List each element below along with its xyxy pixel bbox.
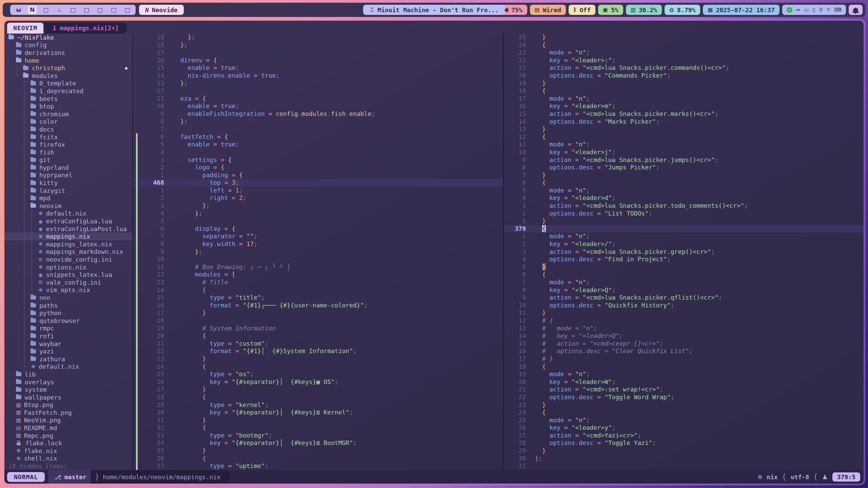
workspace-square-icon[interactable]	[82, 6, 91, 14]
code-line[interactable]: 23 mode = "n";	[504, 49, 864, 57]
editor-right[interactable]: 25 }24 {23 mode = "n";22 key = "<leader>…	[504, 34, 864, 470]
workspace-cat-icon[interactable]	[14, 6, 23, 14]
tree-item-extraConfigLua.lua[interactable]: │ │ extraConfigLua.lua	[4, 217, 132, 225]
code-line[interactable]: 27 }	[133, 386, 503, 393]
code-line[interactable]: 4 };	[133, 210, 503, 218]
display-tray-icon[interactable]	[804, 7, 809, 13]
tree-item-christoph[interactable]: │ christoph●	[4, 64, 132, 72]
tree-item-beets[interactable]: │ beets	[4, 95, 132, 103]
tree-item-default.nix[interactable]: │ │ default.nix	[4, 210, 132, 218]
code-line[interactable]: 8 options.desc = "Jumps Picker";	[504, 164, 864, 171]
clock-module[interactable]: 2025-07-22 16:37	[703, 5, 780, 15]
code-line[interactable]: 37 type = "uptime";	[133, 462, 503, 470]
workspace-flame-icon[interactable]	[55, 6, 64, 14]
code-line[interactable]: 25 }	[504, 34, 864, 41]
code-line[interactable]: 24 {	[133, 363, 503, 371]
code-line[interactable]: 31 }	[133, 416, 503, 424]
code-line[interactable]: 13 # Title	[133, 279, 503, 286]
code-line[interactable]: 3 settings = {	[133, 156, 503, 164]
code-line[interactable]: 8 key.width = 17;	[133, 240, 503, 248]
code-line[interactable]: 9 action = "<cmd>lua Snacks.picker.jumps…	[504, 156, 864, 164]
code-line[interactable]: 4 key = "<leader>d";	[504, 194, 864, 202]
code-line[interactable]: 17 }	[133, 309, 503, 317]
code-line[interactable]: 17 mode = "n";	[504, 95, 864, 103]
code-line[interactable]: 20 {	[133, 332, 503, 340]
tree-item-mappings.nix[interactable]: │ │ mappings.nix	[4, 232, 132, 240]
workspace-nvim-icon[interactable]	[28, 6, 37, 14]
code-line[interactable]: 11 }	[504, 309, 864, 317]
code-line[interactable]: 15 enable = true;	[133, 64, 503, 72]
code-line[interactable]: 10	[133, 256, 503, 263]
code-line[interactable]: 19 }	[504, 80, 864, 87]
code-line[interactable]: 18 {	[504, 363, 864, 371]
code-line[interactable]: 28 options.desc = "Toggle Yazi";	[504, 439, 864, 447]
code-line[interactable]: 19 # System Information	[133, 325, 503, 332]
tree-item-rmpc[interactable]: │ rmpc	[4, 325, 132, 332]
code-line[interactable]: 20 options.desc = "Commands Picker";	[504, 72, 864, 80]
code-line[interactable]: 16 direnv = {	[133, 57, 503, 64]
code-line[interactable]: 17	[133, 49, 503, 57]
key-tray-icon[interactable]	[819, 7, 823, 13]
code-line[interactable]: 7 mode = "n";	[504, 279, 864, 286]
tree-item-vale_config.ini[interactable]: │ │ vale_config.ini	[4, 279, 132, 286]
code-line[interactable]: 14 {	[133, 286, 503, 294]
tree-item-shell.nix[interactable]: shell.nix	[4, 455, 132, 463]
code-line[interactable]: 6 {	[504, 271, 864, 279]
code-line[interactable]: 12 # {	[504, 317, 864, 325]
tree-item-waybar[interactable]: │ waybar	[4, 340, 132, 348]
code-line[interactable]: 8 key = "<leader>Q";	[504, 286, 864, 294]
tree-item-python[interactable]: │ python	[4, 309, 132, 317]
code-line[interactable]: 31	[504, 462, 864, 470]
keyboard-tray-icon[interactable]	[834, 7, 842, 13]
workspace-square-icon[interactable]	[41, 6, 50, 14]
code-line[interactable]: 20 key = "<leader>W";	[504, 378, 864, 386]
code-line[interactable]: 2 logo = {	[133, 164, 503, 171]
tree-item-default.nix[interactable]: └ default.nix	[4, 363, 132, 371]
workspace-square-icon[interactable]	[109, 6, 118, 14]
code-line[interactable]: 13 # mode = "n";	[504, 325, 864, 332]
code-line[interactable]: 11 # Box Drawing: ╭ ─ ╮ ╰ ╯ │	[133, 263, 503, 271]
tree-item-wallpapers[interactable]: wallpapers	[4, 393, 132, 401]
tree-item-hyprpanel[interactable]: │ hyprpanel	[4, 171, 132, 179]
code-line[interactable]: 468 top = 3;	[133, 179, 503, 187]
code-line[interactable]: 7 separator = "";	[133, 232, 503, 240]
code-line[interactable]: 12	[133, 87, 503, 95]
tree-item-mappings_latex.nix[interactable]: │ │ mappings_latex.nix	[4, 240, 132, 248]
code-line[interactable]: 6 fastfetch = {	[133, 133, 503, 141]
tree-item-rofi[interactable]: │ rofi	[4, 332, 132, 340]
editor-left[interactable]: 19 };18 };1716 direnv = {15 enable = tru…	[133, 34, 503, 470]
code-line[interactable]: 1 }	[504, 217, 864, 225]
code-line[interactable]: 12 modules = [	[133, 271, 503, 279]
code-line[interactable]: 23 }	[504, 401, 864, 409]
tree-item-FastFetch.png[interactable]: FastFetch.png	[4, 409, 132, 416]
code-line[interactable]: 34 key = "{#separator}│ {#keys}≣ BootMGR…	[133, 439, 503, 447]
code-line[interactable]: 15 action = "<cmd>lua Snacks.picker.mark…	[504, 110, 864, 118]
code-line[interactable]: 15 # action = "<cmd>cexpr []<cr>";	[504, 340, 864, 348]
code-line[interactable]: 27 action = "<cmd>Yazi<cr>";	[504, 432, 864, 440]
code-line[interactable]: 13 }	[504, 125, 864, 133]
code-line[interactable]: 16 format = "{#1}╭─── {#}{user-name-colo…	[133, 302, 503, 309]
code-line[interactable]: 18 {	[504, 87, 864, 95]
workspace-square-icon[interactable]	[96, 6, 104, 14]
code-line[interactable]: 2 key = "<leader>/";	[504, 240, 864, 248]
tree-item-snippets_latex.lua[interactable]: │ │ snippets_latex.lua	[4, 271, 132, 279]
code-line[interactable]: 8 };	[133, 118, 503, 126]
code-line[interactable]: 18 };	[133, 41, 503, 49]
code-line[interactable]: 2 right = 2;	[133, 194, 503, 202]
code-line[interactable]: 25 mode = "n";	[504, 416, 864, 424]
phone-tray-icon[interactable]	[813, 7, 815, 13]
tree-item-qutebrowser[interactable]: │ qutebrowser	[4, 317, 132, 325]
code-line[interactable]: 7 }	[504, 171, 864, 179]
tree-item-vim_opts.nix[interactable]: │ └ vim_opts.nix	[4, 286, 132, 294]
tree-item-color[interactable]: │ color	[4, 118, 132, 126]
tree-item-NeoVim.png[interactable]: NeoVim.png	[4, 416, 132, 424]
code-line[interactable]: 3 };	[133, 202, 503, 210]
code-line[interactable]: 16 key = "<leader>m";	[504, 102, 864, 110]
tree-item-neovim[interactable]: │ neovim	[4, 202, 132, 210]
code-line[interactable]: 26 key = "<leader>y";	[504, 424, 864, 432]
code-line[interactable]: 1 mode = "n";	[504, 232, 864, 240]
tree-item-derivations[interactable]: derivations	[4, 49, 132, 57]
code-line[interactable]: 21 action = "<cmd>:set wrap!<cr>";	[504, 386, 864, 393]
tree-item-mappings_markdown.nix[interactable]: │ │ mappings_markdown.nix	[4, 248, 132, 256]
tree-item-mpd[interactable]: │ mpd	[4, 194, 132, 202]
